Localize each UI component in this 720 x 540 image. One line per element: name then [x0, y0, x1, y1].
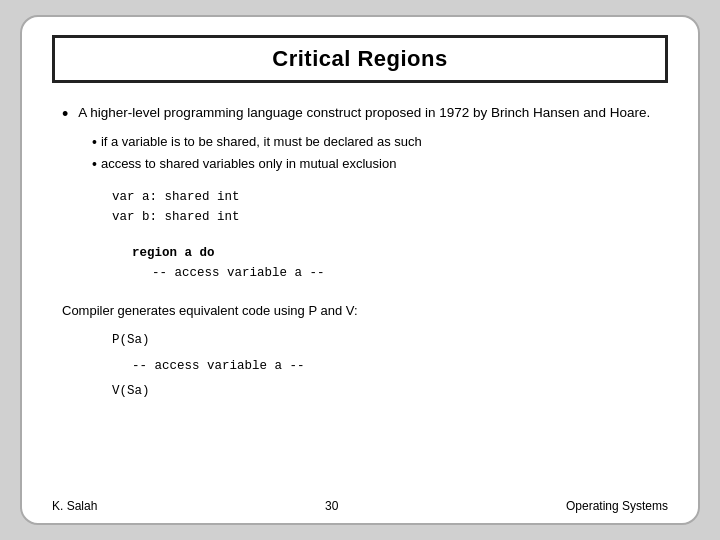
- sub-bullets: if a variable is to be shared, it must b…: [92, 132, 658, 175]
- slide: Critical Regions • A higher-level progra…: [20, 15, 700, 525]
- pva-line-1: P(Sa): [112, 329, 658, 353]
- slide-header: Critical Regions: [52, 35, 668, 83]
- footer-page-number: 30: [325, 499, 338, 513]
- sub-bullet-1: if a variable is to be shared, it must b…: [92, 132, 658, 153]
- slide-footer: K. Salah 30 Operating Systems: [22, 493, 698, 523]
- code-line-4: -- access variable a --: [152, 263, 658, 283]
- sub-bullet-2: access to shared variables only in mutua…: [92, 154, 658, 175]
- code-block-region: region a do -- access variable a --: [132, 243, 658, 283]
- pva-line-2: -- access variable a --: [132, 355, 658, 379]
- slide-title: Critical Regions: [55, 46, 665, 72]
- code-block-vars: var a: shared int var b: shared int: [112, 187, 658, 227]
- pva-code-block: P(Sa) -- access variable a -- V(Sa): [112, 329, 658, 404]
- bullet-section: • A higher-level programming language co…: [62, 103, 658, 287]
- footer-course: Operating Systems: [566, 499, 668, 513]
- code-line-1: var a: shared int: [112, 187, 658, 207]
- main-bullet: • A higher-level programming language co…: [62, 103, 658, 126]
- bullet-icon: •: [62, 103, 68, 126]
- code-line-2: var b: shared int: [112, 207, 658, 227]
- footer-author: K. Salah: [52, 499, 97, 513]
- sub-bullet-1-text: if a variable is to be shared, it must b…: [101, 132, 422, 152]
- main-bullet-text: A higher-level programming language cons…: [78, 103, 650, 123]
- pva-line-3: V(Sa): [112, 380, 658, 404]
- slide-content: • A higher-level programming language co…: [22, 83, 698, 493]
- sub-bullet-2-text: access to shared variables only in mutua…: [101, 154, 397, 174]
- code-line-3: region a do: [132, 243, 658, 263]
- compiler-text: Compiler generates equivalent code using…: [62, 301, 658, 321]
